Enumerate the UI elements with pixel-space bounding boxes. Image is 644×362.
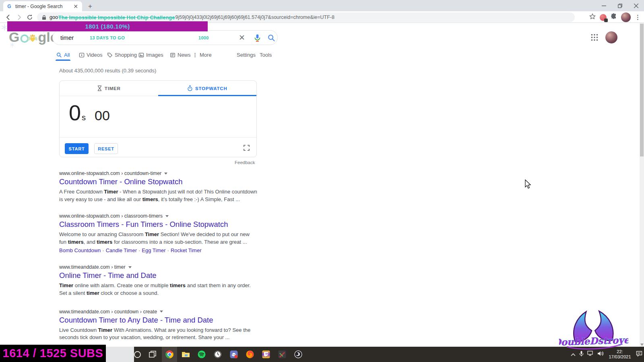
tab-stopwatch[interactable]: STOPWATCH xyxy=(158,81,257,96)
taskbar-clock-app-icon[interactable] xyxy=(210,347,225,362)
taskbar-twitch-icon[interactable] xyxy=(258,347,274,362)
forward-icon[interactable] xyxy=(15,13,23,21)
subs-counter-overlay: 1614 / 1525 SUBS xyxy=(0,345,106,362)
result-breadcrumb[interactable]: www.online-stopwatch.com › countdown-tim… xyxy=(59,171,161,176)
streamer-logo: DoubleDstroyer xyxy=(558,308,629,352)
result-snippet: A Free Countdown Timer - When a Stopwatc… xyxy=(59,188,257,203)
tray-network-icon[interactable] xyxy=(587,351,594,358)
tray-volume-icon[interactable] xyxy=(597,351,604,358)
taskbar-spotify-icon[interactable] xyxy=(194,347,209,362)
tag-icon xyxy=(107,52,113,58)
result-breadcrumb[interactable]: www.timeanddate.com › countdown › create xyxy=(59,309,157,315)
stopwatch-icon xyxy=(187,85,193,91)
breadcrumb-dropdown-icon[interactable] xyxy=(165,215,169,217)
results-stats: About 435,000,000 results (0.39 seconds) xyxy=(59,68,156,74)
task-view-icon[interactable] xyxy=(145,347,160,362)
taskbar-firefox-icon[interactable] xyxy=(242,347,258,362)
google-favicon-icon: G xyxy=(6,4,12,9)
tab-images[interactable]: Images xyxy=(138,52,163,58)
search-icon xyxy=(56,52,62,58)
tab-shopping[interactable]: Shopping xyxy=(107,52,137,58)
url-suffix: 9j59j0j0j433j0l2j69j61j69j60j69j61.574j0… xyxy=(175,14,334,20)
scrollbar[interactable] xyxy=(640,23,644,347)
tab-title: timer - Google Search xyxy=(15,4,72,9)
breadcrumb-dropdown-icon[interactable] xyxy=(128,266,132,268)
search-query-text[interactable]: timer xyxy=(60,34,74,41)
taskbar-discord-icon[interactable] xyxy=(226,347,242,362)
image-icon xyxy=(138,52,144,58)
result-sublinks: Bomb Countdown·Candle Timer·Egg Timer·Ro… xyxy=(59,247,259,253)
result-title-link[interactable]: Online Timer - Time and Date xyxy=(59,271,259,280)
settings-link[interactable]: Settings xyxy=(237,52,256,58)
search-submit-icon[interactable] xyxy=(268,34,275,43)
bookmark-star-icon[interactable] xyxy=(589,13,596,21)
google-doodle-logo[interactable]: G gle xyxy=(9,29,58,45)
restore-button[interactable] xyxy=(612,0,628,11)
tools-link[interactable]: Tools xyxy=(260,52,272,58)
result-title-link[interactable]: Countdown Timer to Any Date - Time and D… xyxy=(59,316,259,325)
google-account-avatar[interactable] xyxy=(605,31,617,43)
chrome-menu-icon[interactable]: ⋮ xyxy=(635,15,641,19)
tab-videos[interactable]: Videos xyxy=(79,52,103,58)
tab-all[interactable]: All xyxy=(56,52,70,58)
tray-chevron-icon[interactable] xyxy=(571,351,576,358)
search-box[interactable]: timer 13 DAYS TO GO 1000 ✕ xyxy=(52,30,278,45)
reset-button[interactable]: RESET xyxy=(94,143,118,154)
tab-more[interactable]: ⋮ More xyxy=(192,52,212,58)
result-snippet: Welcome to our amazing Classroom Timer S… xyxy=(59,231,257,246)
stopwatch-display: 0s 00 xyxy=(69,100,110,125)
sublink[interactable]: Bomb Countdown xyxy=(59,247,101,253)
stopwatch-centiseconds: 00 xyxy=(95,108,110,123)
window-controls xyxy=(596,0,644,11)
cortana-icon[interactable] xyxy=(130,347,145,362)
google-search-page: G gle timer 13 DAYS TO GO 1000 ✕ All xyxy=(0,23,644,347)
padlock-icon xyxy=(42,15,46,20)
feedback-link[interactable]: Feedback xyxy=(235,160,255,165)
sublink[interactable]: Rocket Timer xyxy=(171,247,202,253)
taskbar-file-explorer-icon[interactable] xyxy=(178,347,193,362)
result-breadcrumb[interactable]: www.timeanddate.com › timer xyxy=(59,264,126,270)
url-prefix: goo xyxy=(50,14,58,20)
clear-search-icon[interactable]: ✕ xyxy=(239,33,245,42)
minimize-button[interactable] xyxy=(596,0,612,11)
crowned-heart-icon xyxy=(28,32,37,43)
taskbar-game-icon[interactable] xyxy=(275,347,290,362)
reload-icon[interactable] xyxy=(26,13,34,21)
tab-timer[interactable]: TIMER xyxy=(60,81,158,96)
result-breadcrumb[interactable]: www.online-stopwatch.com › classroom-tim… xyxy=(59,213,163,219)
search-result: www.timeanddate.com › countdown › create… xyxy=(59,309,259,341)
browser-profile-avatar[interactable] xyxy=(621,12,631,22)
toolbar-right-icons: ⋮ xyxy=(589,12,641,22)
back-icon[interactable] xyxy=(4,13,12,21)
stopwatch-seconds: 0 xyxy=(69,100,81,125)
extensions-puzzle-icon[interactable] xyxy=(611,13,617,21)
new-tab-button[interactable]: + xyxy=(85,2,95,11)
scrollbar-thumb[interactable] xyxy=(640,24,644,156)
google-apps-grid-icon[interactable] xyxy=(591,34,598,43)
fullscreen-icon[interactable] xyxy=(244,145,250,152)
tray-mic-icon[interactable] xyxy=(579,351,584,358)
address-bar[interactable]: goo The Impossible Impossible Hot Chip C… xyxy=(37,12,575,22)
breadcrumb-dropdown-icon[interactable] xyxy=(164,173,167,175)
scrollbar-down-arrow-icon[interactable] xyxy=(640,343,644,346)
tab-close-icon[interactable]: ✕ xyxy=(72,3,79,10)
stream-title-overlay: The Impossible Impossible Hot Chip Chall… xyxy=(58,14,175,21)
voice-search-icon[interactable] xyxy=(254,34,261,43)
points-overlay: 1000 xyxy=(198,35,209,40)
notification-center-icon[interactable] xyxy=(636,351,642,358)
result-title-link[interactable]: Classroom Timers - Fun Timers - Online S… xyxy=(59,220,259,229)
result-title-link[interactable]: Countdown Timer - Online Stopwatch xyxy=(59,177,259,186)
sublink[interactable]: Egg Timer xyxy=(142,247,165,253)
extension-avg-icon[interactable] xyxy=(600,14,607,21)
tab-news[interactable]: News xyxy=(170,52,191,58)
close-window-button[interactable] xyxy=(628,0,644,11)
tray-clock[interactable]: 22: 17/03/2021 xyxy=(607,349,632,360)
sublink[interactable]: Candle Timer xyxy=(106,247,137,253)
browser-tab[interactable]: G timer - Google Search ✕ xyxy=(3,1,82,11)
taskbar-obs-icon[interactable] xyxy=(291,347,306,362)
start-button[interactable]: START xyxy=(65,143,89,154)
search-result: www.online-stopwatch.com › classroom-tim… xyxy=(59,213,259,253)
taskbar-chrome-icon[interactable] xyxy=(162,347,177,362)
breadcrumb-dropdown-icon[interactable] xyxy=(160,311,163,313)
result-snippet: Live Countdown Timer With Animations. Wh… xyxy=(59,327,257,341)
